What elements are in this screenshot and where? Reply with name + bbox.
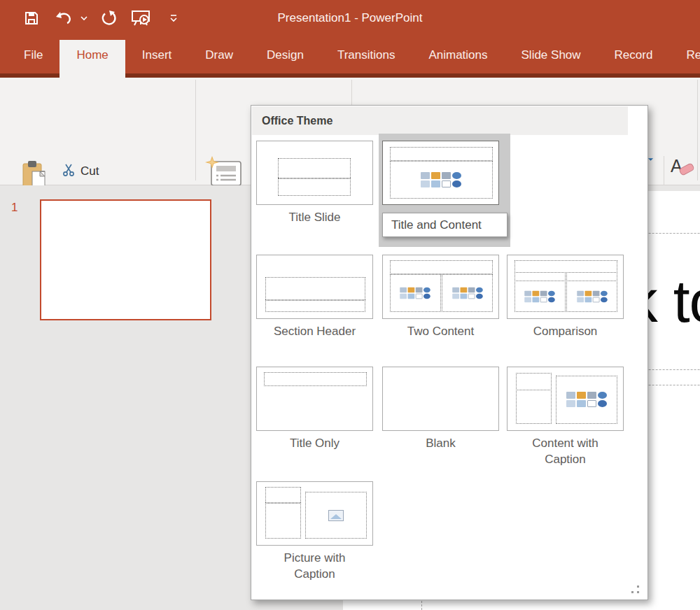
smartart-icon [416, 288, 423, 293]
group-divider [195, 80, 196, 180]
layout-option-title-and-content[interactable] [382, 141, 499, 205]
content-icons-cluster [566, 392, 607, 407]
stock-image-icon [421, 180, 430, 187]
layout-option-content-with-caption[interactable] [507, 367, 624, 431]
3d-model-icon [598, 392, 607, 399]
placeholder-box [265, 487, 302, 504]
picture-icon [460, 294, 467, 299]
layout-option-label: Title Only [253, 435, 377, 451]
layout-option-label: Blank [379, 435, 503, 451]
chart-icon [460, 288, 467, 293]
video-icon [442, 180, 451, 187]
video-icon [592, 297, 599, 302]
placeholder-box [516, 390, 552, 425]
placeholder-box [278, 178, 351, 195]
layout-option-title-slide[interactable] [256, 141, 373, 205]
layout-option-comparison[interactable] [507, 255, 624, 319]
tab-slide-show[interactable]: Slide Show [505, 36, 598, 73]
picture-icon [408, 294, 415, 299]
tab-record[interactable]: Record [598, 36, 670, 73]
content-icons-cluster [421, 172, 461, 187]
tab-animations[interactable]: Animations [412, 36, 504, 73]
chart-icon [533, 290, 540, 296]
picture-placeholder-icon [328, 510, 344, 521]
smartart-icon [592, 290, 599, 296]
resize-grip-icon[interactable] [631, 586, 640, 594]
group-divider [697, 80, 698, 180]
placeholder-box [514, 260, 617, 273]
cameo-icon [476, 294, 483, 299]
picture-icon [431, 180, 440, 187]
chart-icon [408, 288, 415, 293]
cameo-icon [424, 294, 430, 299]
slide-thumbnail-1[interactable] [40, 199, 211, 320]
tab-transitions[interactable]: Transitions [321, 36, 412, 73]
layout-option-label: Comparison [503, 323, 627, 339]
layout-option-title-only[interactable] [256, 367, 373, 431]
tab-file[interactable]: File [7, 36, 59, 73]
window-title: Presentation1 - PowerPoint [0, 0, 700, 36]
tab-draw[interactable]: Draw [188, 36, 250, 73]
cut-label: Cut [80, 164, 99, 178]
layout-option-blank[interactable] [382, 367, 499, 431]
layout-option-label: Title Slide [253, 209, 377, 225]
stock-image-icon [452, 294, 459, 299]
placeholder-box [516, 373, 552, 390]
smartart-icon [540, 290, 547, 296]
stock-image-icon [400, 294, 407, 299]
table-icon [577, 290, 584, 296]
stock-image-icon [577, 297, 584, 302]
layout-option-label: Section Header [253, 323, 377, 339]
layout-tooltip: Title and Content [382, 213, 507, 237]
layout-option-label: Picture with Caption [253, 550, 377, 582]
cameo-icon [601, 297, 608, 302]
placeholder-box [556, 376, 617, 425]
layout-option-section-header[interactable] [256, 255, 373, 319]
slide-number: 1 [11, 201, 18, 215]
placeholder-box [305, 492, 367, 539]
chart-icon [431, 172, 440, 179]
3d-model-icon [476, 288, 483, 293]
tab-insert[interactable]: Insert [125, 36, 189, 73]
3d-model-icon [548, 290, 555, 296]
tab-home[interactable]: Home [59, 40, 125, 78]
placeholder-box [390, 260, 493, 274]
table-icon [400, 288, 407, 293]
tab-rev[interactable]: Rev [669, 36, 700, 73]
table-icon [421, 172, 430, 179]
layout-option-two-content[interactable] [382, 255, 499, 319]
3d-model-icon [424, 288, 430, 293]
placeholder-box [390, 161, 493, 199]
cut-button[interactable]: Cut [62, 160, 99, 183]
placeholder-box [265, 277, 366, 301]
layout-option-picture-with-caption[interactable] [256, 481, 373, 546]
placeholder-box [514, 281, 566, 312]
video-icon [416, 294, 423, 299]
clear-formatting-button[interactable]: A [669, 155, 699, 183]
layout-gallery-dropdown: Office Theme Title SlideTitle and Conten… [251, 105, 648, 600]
placeholder-box [265, 299, 366, 312]
placeholder-box [566, 281, 617, 312]
chart-icon [584, 290, 592, 296]
cameo-icon [548, 297, 555, 302]
video-icon [540, 297, 547, 302]
video-icon [587, 400, 596, 407]
picture-icon [533, 297, 540, 302]
cut-icon [62, 163, 76, 180]
cameo-icon [598, 400, 607, 407]
3d-model-icon [452, 172, 461, 179]
placeholder-box [264, 372, 367, 386]
ribbon-tabs: FileHomeInsertDrawDesignTransitionsAnima… [0, 36, 700, 73]
placeholder-box [390, 147, 493, 161]
placeholder-box [390, 274, 441, 312]
content-icons-cluster [525, 290, 556, 302]
gallery-section-header: Office Theme [252, 106, 628, 135]
cameo-icon [452, 180, 461, 187]
smartart-icon [587, 392, 596, 399]
tab-design[interactable]: Design [250, 36, 321, 73]
smartart-icon [468, 288, 475, 293]
placeholder-box [278, 158, 351, 179]
table-icon [566, 392, 575, 399]
placeholder-box [442, 274, 493, 312]
placeholder-box [265, 502, 302, 539]
